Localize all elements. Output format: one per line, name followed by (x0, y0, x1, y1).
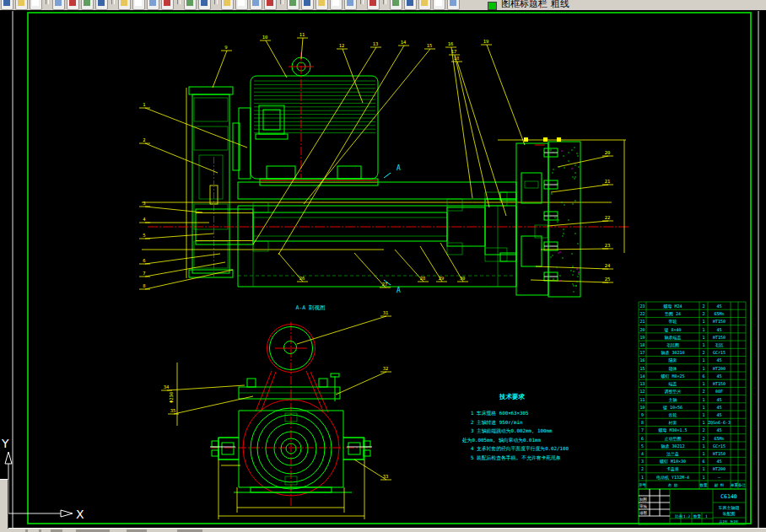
bom-cell: HT150 (713, 451, 726, 456)
toolbar-separator (360, 0, 364, 4)
balloon-number: 18 (454, 56, 460, 61)
make-object-layer-current-icon[interactable] (418, 0, 431, 10)
pan-icon[interactable] (221, 0, 234, 10)
bom-cell: 6 (641, 436, 644, 441)
color-control-icon[interactable] (447, 0, 460, 10)
table-style-icon[interactable] (301, 0, 314, 10)
calculator-icon[interactable] (344, 0, 357, 10)
part-balloon: 31 (297, 310, 391, 344)
zoom-previous-icon[interactable] (264, 0, 277, 10)
balloon-number: 7 (143, 271, 145, 276)
balloon-number: 8 (143, 283, 145, 288)
part-balloon: 8 (139, 270, 233, 289)
bom-cell: 键 10×56 (662, 405, 682, 411)
bom-cell: 1 (702, 381, 704, 386)
bom-cell: 1 (702, 357, 704, 363)
find-icon[interactable] (95, 0, 108, 10)
part-balloon: 25 (531, 277, 613, 282)
balloon-number: 23 (605, 243, 611, 248)
copy-icon[interactable] (132, 0, 145, 10)
layer-states-icon[interactable] (404, 0, 417, 10)
zoom-window-icon[interactable] (250, 0, 262, 10)
open-icon[interactable] (15, 0, 28, 10)
main-assembly-view: A A (142, 52, 628, 297)
bom-cell: 22 (639, 311, 645, 316)
bom-cell: 7 (641, 427, 644, 433)
bom-cell: 20 (639, 327, 645, 332)
bom-table: 23螺母 M2424522垫圈 24265Mn21带轮1HT15020键 8×4… (639, 302, 747, 489)
paste-icon[interactable] (147, 0, 159, 10)
leader-line (487, 45, 525, 145)
bom-cell: 法兰盘 (666, 451, 679, 457)
tech-req-line: 3 主轴前端跳动为0.002mm, 100mm (471, 428, 553, 434)
layer-color-swatch[interactable] (488, 2, 497, 10)
bom-cell: 23 (639, 304, 645, 309)
bom-cell: 1 (702, 420, 704, 425)
scale-value: 1:2 (683, 514, 690, 519)
save-icon[interactable] (30, 0, 42, 10)
workspace-icon[interactable] (367, 0, 380, 10)
drawing-name-line1: 车床主轴箱 (719, 505, 740, 511)
leader-line (551, 185, 608, 192)
bom-cell: 材 料 (714, 483, 725, 488)
match-properties-icon[interactable] (161, 0, 174, 10)
zoom-realtime-icon[interactable] (235, 0, 248, 10)
part-balloon: 14 (278, 40, 409, 255)
cut-icon[interactable] (118, 0, 131, 10)
balloon-number: 35 (170, 408, 176, 413)
bom-cell: 1 (702, 475, 704, 480)
bom-cell: 2 (702, 427, 704, 433)
new-icon[interactable] (1, 0, 13, 10)
bom-cell: 14 (639, 373, 645, 379)
balloon-number: 21 (605, 179, 611, 184)
balloon-number: 17 (451, 49, 457, 54)
bom-cell: 8 (641, 420, 644, 425)
leader-line (336, 372, 386, 395)
undo-icon[interactable] (184, 0, 197, 10)
bom-cell: HT150 (713, 335, 726, 340)
bom-cell: 衬套 (669, 420, 677, 426)
horizontal-scrollbar[interactable] (0, 528, 766, 532)
layer-previous-icon[interactable] (433, 0, 445, 10)
part-balloon: 33 (354, 459, 391, 480)
bom-cell: 数量 (700, 483, 709, 487)
drawing-canvas[interactable]: A A A-A 剖视图 (0, 10, 766, 528)
layer-name-label[interactable]: 图框标题栏 (501, 0, 548, 10)
tech-req-line: 处为0.005mm, 轴向窜动为0.01mm (462, 437, 541, 443)
redo-icon[interactable] (198, 0, 211, 10)
linetype-label[interactable]: 粗线 (551, 0, 569, 10)
leader-line (145, 234, 213, 239)
print-icon[interactable] (52, 0, 65, 10)
tech-requirements-title: 技术要求 (499, 393, 526, 400)
leader-line (145, 254, 220, 264)
sheet-border (13, 11, 758, 528)
spelling-icon[interactable] (81, 0, 94, 10)
bom-cell: 21 (639, 319, 645, 324)
part-balloon: 26 (278, 253, 308, 282)
toolbar-separator (280, 0, 283, 4)
print-preview-icon[interactable] (67, 0, 79, 10)
bom-cell: 17 (639, 350, 645, 355)
section-view-aa: A-A 剖视图 (169, 304, 372, 519)
bom-cell: 1 (702, 451, 704, 456)
section-marker-a-bottom: A (396, 287, 401, 294)
bom-cell: 19 (639, 335, 645, 340)
bom-cell: 16 (639, 357, 645, 363)
layer-properties-icon[interactable] (390, 0, 402, 10)
leader-line (213, 51, 227, 88)
text-style-icon[interactable] (287, 0, 299, 10)
dimension-style-icon[interactable] (316, 0, 328, 10)
bom-cell: 45 (716, 459, 721, 464)
drawing-code: C6140 (720, 493, 737, 500)
balloon-number: 29 (439, 276, 445, 281)
leader-line (531, 280, 608, 282)
bom-cell: 螺钉 M10×30 (660, 459, 686, 464)
bom-cell: 名 称 (668, 483, 678, 487)
plot-style-icon[interactable] (330, 0, 343, 10)
bom-cell: 序号 (639, 483, 647, 487)
cad-drawing: A A A-A 剖视图 (0, 10, 766, 528)
bom-cell: 6 (702, 459, 704, 464)
toolbar-separator (177, 0, 181, 4)
bom-cell: 卡盘座 (666, 466, 679, 471)
bom-cell: 45 (716, 397, 721, 402)
